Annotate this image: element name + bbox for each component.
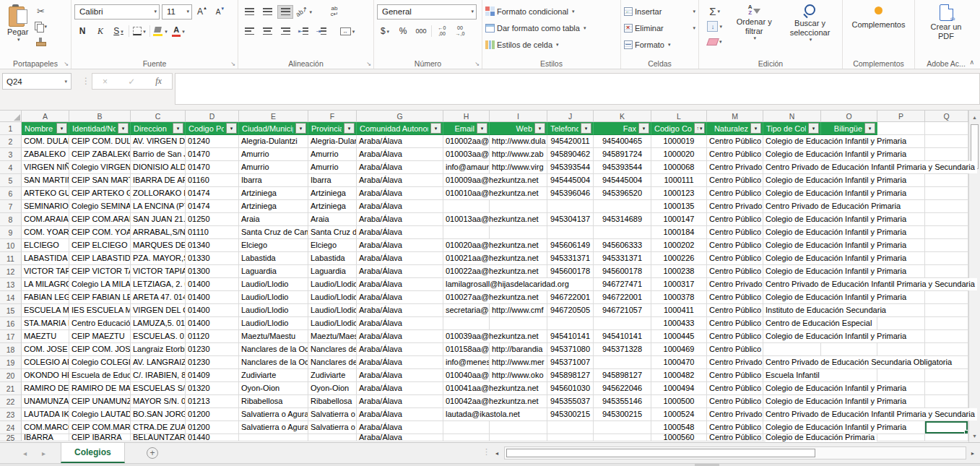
cell-Q16[interactable] <box>925 317 968 330</box>
cell-H4[interactable]: info@amaurre. <box>443 161 490 174</box>
filter-header-3[interactable]: Codigo Post.▾ <box>186 122 239 135</box>
cell-C16[interactable]: LAMUZA,5. 014 <box>131 317 186 330</box>
cell-C11[interactable]: PZA. MAYOR,S <box>131 252 186 265</box>
cell-C6[interactable]: ZOLLORAKO E <box>131 187 186 200</box>
row-header-20[interactable]: 20 <box>0 369 22 382</box>
cell-E6[interactable]: Artziniega <box>239 187 308 200</box>
row-header-16[interactable]: 16 <box>0 317 22 330</box>
addins-button[interactable]: Complementos <box>848 3 910 57</box>
cell-A15[interactable]: ESCUELA MUN <box>22 304 69 317</box>
cell-G5[interactable]: Araba/Álava <box>357 174 443 187</box>
cell-F18[interactable]: Nanclares de la <box>308 343 357 356</box>
cell-styles-button[interactable]: Estilos de celda ▾ <box>485 37 617 52</box>
filter-header-4[interactable]: Ciudad/Municip▾ <box>239 122 308 135</box>
filter-button-icon[interactable]: ▾ <box>226 123 237 134</box>
new-sheet-button[interactable]: + <box>147 447 158 459</box>
cell-K19[interactable] <box>594 356 651 369</box>
cell-I3[interactable]: http://www.zab <box>490 148 547 161</box>
cell-M2[interactable]: Centro Público <box>707 135 763 148</box>
cell-L22[interactable]: 1000500 <box>651 395 707 408</box>
cell-M18[interactable]: Centro Público <box>707 343 763 356</box>
sheet-nav-right-icon[interactable]: ▸ <box>42 449 45 457</box>
cell-D12[interactable]: 01300 <box>186 265 239 278</box>
filter-header-2[interactable]: Direccion▾ <box>131 122 186 135</box>
cell-I15[interactable]: http://www.cmf <box>490 304 547 317</box>
cell-J6[interactable]: 945396046 <box>547 187 594 200</box>
cell-Q6[interactable] <box>925 187 968 200</box>
decrease-decimal-button[interactable]: 00→,0 <box>452 25 468 38</box>
insert-cells-button[interactable]: Insertar ▾ <box>624 4 695 19</box>
cell-K5[interactable]: 945445004 <box>594 174 651 187</box>
decrease-indent-button[interactable]: ⇤ <box>295 25 311 38</box>
cell-C22[interactable]: MAYOR S/N. 0 <box>131 395 186 408</box>
cell-H23[interactable]: lautada@ikastola.net <box>443 408 490 421</box>
cell-A14[interactable]: FABIAN LEGOR <box>22 291 69 304</box>
cancel-icon[interactable]: × <box>103 77 108 87</box>
cell-G24[interactable]: Araba/Álava <box>357 421 443 434</box>
scroll-down-icon[interactable]: ▼ <box>969 430 980 441</box>
filter-header-12[interactable]: Naturalez▾ <box>707 122 763 135</box>
row-header-4[interactable]: 4 <box>0 161 22 174</box>
cell-K25[interactable] <box>594 434 651 441</box>
cell-F7[interactable]: Artziniega <box>308 200 357 213</box>
cell-K13[interactable]: 946727471 <box>594 278 651 291</box>
conditional-formatting-button[interactable]: Formato condicional ▾ <box>485 4 617 19</box>
cell-H25[interactable] <box>443 434 490 441</box>
cell-C25[interactable]: BELAUNTZARA <box>131 434 186 441</box>
cell-N13[interactable]: Centro Privado de Educación Infantil Pri… <box>763 278 821 291</box>
cell-N18[interactable] <box>763 343 821 356</box>
cell-M9[interactable]: Centro Público <box>707 226 763 239</box>
cell-L13[interactable]: 1000317 <box>651 278 707 291</box>
cell-B4[interactable]: Colegio VIRGEN NIÑ <box>69 161 131 174</box>
cell-H16[interactable] <box>443 317 490 330</box>
filter-button-icon[interactable]: ▾ <box>344 123 355 134</box>
cell-D4[interactable]: 01470 <box>186 161 239 174</box>
cell-N16[interactable]: Centro de Educación Especial <box>763 317 821 330</box>
filter-button-icon[interactable]: ▾ <box>56 123 67 134</box>
cell-A18[interactable]: COM. JOSE MIG <box>22 343 69 356</box>
cell-E23[interactable]: Salvatierra o Agurai <box>239 408 308 421</box>
cell-E21[interactable]: Oyon-Oion <box>239 382 308 395</box>
cell-N15[interactable]: Instituto de Educación Secundaria <box>763 304 821 317</box>
cell-A3[interactable]: ZABALEKO <box>22 148 69 161</box>
cell-B22[interactable]: CEIP UNAMUNZAGA <box>69 395 131 408</box>
cell-A25[interactable]: IBARRA <box>22 434 69 441</box>
cell-B7[interactable]: Colegio SEMINARIO <box>69 200 131 213</box>
cell-N24[interactable]: Colegio de Educación Infantil y Primaria <box>763 421 821 434</box>
cell-G21[interactable]: Araba/Álava <box>357 382 443 395</box>
cell-E20[interactable]: Zudiviarte <box>239 369 308 382</box>
cell-N20[interactable]: Escuela Infantil <box>763 369 821 382</box>
wrap-text-button[interactable]: abc↵ <box>326 5 342 19</box>
cell-G8[interactable]: Araba/Álava <box>357 213 443 226</box>
row-header-24[interactable]: 24 <box>0 421 22 434</box>
col-header-H[interactable]: H <box>443 111 490 122</box>
cell-L4[interactable]: 1000068 <box>651 161 707 174</box>
filter-header-6[interactable]: Comunidad Autonom▾ <box>357 122 443 135</box>
cell-H12[interactable]: 010022aa@hezkuntza.net <box>443 265 490 278</box>
cell-E2[interactable]: Alegria-Dulantzi <box>239 135 308 148</box>
cell-G25[interactable]: Araba/Álava <box>357 434 443 441</box>
cell-K18[interactable]: 945371328 <box>594 343 651 356</box>
cell-A4[interactable]: VIRGEN NIÑA <box>22 161 69 174</box>
filter-header-5[interactable]: Provincia▾ <box>308 122 357 135</box>
cell-D5[interactable]: 01160 <box>186 174 239 187</box>
cell-D18[interactable]: 01230 <box>186 343 239 356</box>
cell-K2[interactable]: 945400465 <box>594 135 651 148</box>
cell-K21[interactable]: 945622046 <box>594 382 651 395</box>
cell-J23[interactable]: 945300215 <box>547 408 594 421</box>
cell-M23[interactable]: Centro Privado <box>707 408 763 421</box>
cell-J15[interactable]: 946720505 <box>547 304 594 317</box>
cell-P18[interactable] <box>877 343 925 356</box>
cell-A5[interactable]: SAN MARTIN <box>22 174 69 187</box>
cell-M14[interactable]: Centro Público <box>707 291 763 304</box>
select-all-button[interactable] <box>0 111 22 122</box>
cell-K24[interactable] <box>594 421 651 434</box>
row-header-5[interactable]: 5 <box>0 174 22 187</box>
cell-C4[interactable]: DIONISIO ALDA <box>131 161 186 174</box>
cell-E12[interactable]: Laguardia <box>239 265 308 278</box>
cell-I4[interactable]: http://www.virg <box>490 161 547 174</box>
cell-L8[interactable]: 1000147 <box>651 213 707 226</box>
fill-button[interactable]: ↓▾ <box>702 20 727 33</box>
filter-button-icon[interactable]: ▾ <box>430 123 441 134</box>
cell-J8[interactable]: 945304137 <box>547 213 594 226</box>
